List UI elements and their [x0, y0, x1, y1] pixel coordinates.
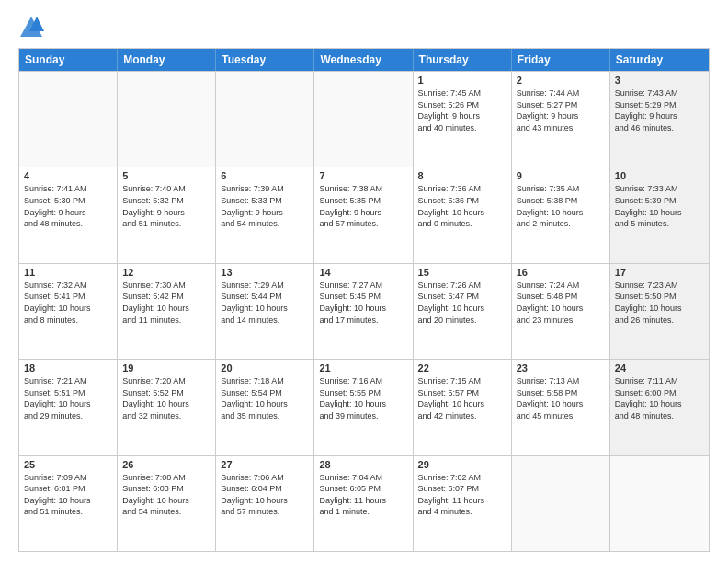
cal-cell: 1Sunrise: 7:45 AM Sunset: 5:26 PM Daylig…	[414, 72, 512, 167]
cal-cell: 22Sunrise: 7:15 AM Sunset: 5:57 PM Dayli…	[414, 360, 512, 454]
cal-cell: 28Sunrise: 7:04 AM Sunset: 6:05 PM Dayli…	[314, 456, 413, 551]
cal-cell: 8Sunrise: 7:36 AM Sunset: 5:36 PM Daylig…	[414, 167, 512, 262]
cal-cell: 26Sunrise: 7:08 AM Sunset: 6:03 PM Dayli…	[118, 456, 216, 551]
day-number: 2	[517, 75, 605, 86]
day-info: Sunrise: 7:27 AM Sunset: 5:45 PM Dayligh…	[319, 280, 407, 326]
day-info: Sunrise: 7:24 AM Sunset: 5:48 PM Dayligh…	[517, 280, 605, 326]
day-info: Sunrise: 7:40 AM Sunset: 5:32 PM Dayligh…	[122, 183, 210, 229]
day-number: 3	[615, 75, 704, 86]
header-cell-tuesday: Tuesday	[216, 49, 314, 71]
cal-cell	[216, 72, 314, 167]
cal-cell: 7Sunrise: 7:38 AM Sunset: 5:35 PM Daylig…	[314, 167, 413, 262]
day-info: Sunrise: 7:06 AM Sunset: 6:04 PM Dayligh…	[221, 472, 309, 518]
day-info: Sunrise: 7:23 AM Sunset: 5:50 PM Dayligh…	[615, 280, 704, 326]
day-number: 26	[122, 459, 210, 470]
cal-cell	[512, 456, 610, 551]
day-number: 24	[615, 362, 704, 373]
day-number: 1	[418, 75, 506, 86]
day-info: Sunrise: 7:26 AM Sunset: 5:47 PM Dayligh…	[418, 280, 506, 326]
day-info: Sunrise: 7:15 AM Sunset: 5:57 PM Dayligh…	[418, 375, 506, 421]
cal-row-2: 11Sunrise: 7:32 AM Sunset: 5:41 PM Dayli…	[19, 263, 709, 359]
cal-cell: 11Sunrise: 7:32 AM Sunset: 5:41 PM Dayli…	[19, 264, 118, 359]
cal-cell: 12Sunrise: 7:30 AM Sunset: 5:42 PM Dayli…	[118, 264, 216, 359]
header-cell-wednesday: Wednesday	[314, 49, 413, 71]
day-info: Sunrise: 7:41 AM Sunset: 5:30 PM Dayligh…	[24, 183, 112, 229]
cal-cell: 9Sunrise: 7:35 AM Sunset: 5:38 PM Daylig…	[512, 167, 610, 262]
day-number: 16	[517, 267, 605, 278]
day-info: Sunrise: 7:39 AM Sunset: 5:33 PM Dayligh…	[221, 183, 309, 229]
day-info: Sunrise: 7:29 AM Sunset: 5:44 PM Dayligh…	[221, 280, 309, 326]
day-info: Sunrise: 7:21 AM Sunset: 5:51 PM Dayligh…	[24, 375, 112, 421]
day-info: Sunrise: 7:36 AM Sunset: 5:36 PM Dayligh…	[418, 183, 506, 229]
cal-cell: 29Sunrise: 7:02 AM Sunset: 6:07 PM Dayli…	[414, 456, 512, 551]
cal-cell: 19Sunrise: 7:20 AM Sunset: 5:52 PM Dayli…	[118, 360, 216, 454]
day-info: Sunrise: 7:38 AM Sunset: 5:35 PM Dayligh…	[319, 183, 407, 229]
calendar-header: SundayMondayTuesdayWednesdayThursdayFrid…	[19, 49, 709, 71]
cal-cell	[610, 456, 709, 551]
cal-cell: 21Sunrise: 7:16 AM Sunset: 5:55 PM Dayli…	[314, 360, 413, 454]
cal-cell: 25Sunrise: 7:09 AM Sunset: 6:01 PM Dayli…	[19, 456, 118, 551]
day-info: Sunrise: 7:44 AM Sunset: 5:27 PM Dayligh…	[517, 87, 605, 133]
cal-row-1: 4Sunrise: 7:41 AM Sunset: 5:30 PM Daylig…	[19, 167, 709, 262]
header-cell-saturday: Saturday	[610, 49, 709, 71]
cal-cell: 13Sunrise: 7:29 AM Sunset: 5:44 PM Dayli…	[216, 264, 314, 359]
cal-row-4: 25Sunrise: 7:09 AM Sunset: 6:01 PM Dayli…	[19, 455, 709, 551]
day-info: Sunrise: 7:43 AM Sunset: 5:29 PM Dayligh…	[615, 87, 704, 133]
day-number: 20	[221, 362, 309, 373]
cal-cell: 6Sunrise: 7:39 AM Sunset: 5:33 PM Daylig…	[216, 167, 314, 262]
logo-icon	[18, 15, 44, 40]
day-number: 15	[418, 267, 506, 278]
cal-cell: 24Sunrise: 7:11 AM Sunset: 6:00 PM Dayli…	[610, 360, 709, 454]
day-info: Sunrise: 7:32 AM Sunset: 5:41 PM Dayligh…	[24, 280, 112, 326]
cal-cell: 14Sunrise: 7:27 AM Sunset: 5:45 PM Dayli…	[314, 264, 413, 359]
header-cell-friday: Friday	[512, 49, 610, 71]
day-number: 19	[122, 362, 210, 373]
calendar-body: 1Sunrise: 7:45 AM Sunset: 5:26 PM Daylig…	[19, 71, 709, 551]
calendar: SundayMondayTuesdayWednesdayThursdayFrid…	[18, 48, 710, 552]
cal-cell	[118, 72, 216, 167]
cal-cell: 20Sunrise: 7:18 AM Sunset: 5:54 PM Dayli…	[216, 360, 314, 454]
cal-cell: 16Sunrise: 7:24 AM Sunset: 5:48 PM Dayli…	[512, 264, 610, 359]
day-info: Sunrise: 7:33 AM Sunset: 5:39 PM Dayligh…	[615, 183, 704, 229]
cal-cell: 18Sunrise: 7:21 AM Sunset: 5:51 PM Dayli…	[19, 360, 118, 454]
day-info: Sunrise: 7:45 AM Sunset: 5:26 PM Dayligh…	[418, 87, 506, 133]
day-number: 21	[319, 362, 407, 373]
day-info: Sunrise: 7:30 AM Sunset: 5:42 PM Dayligh…	[122, 280, 210, 326]
day-number: 17	[615, 267, 704, 278]
header-cell-thursday: Thursday	[414, 49, 512, 71]
header-cell-monday: Monday	[118, 49, 216, 71]
day-number: 6	[221, 170, 309, 181]
day-number: 27	[221, 459, 309, 470]
cal-cell: 27Sunrise: 7:06 AM Sunset: 6:04 PM Dayli…	[216, 456, 314, 551]
day-number: 4	[24, 170, 112, 181]
day-number: 14	[319, 267, 407, 278]
cal-cell: 17Sunrise: 7:23 AM Sunset: 5:50 PM Dayli…	[610, 264, 709, 359]
day-info: Sunrise: 7:18 AM Sunset: 5:54 PM Dayligh…	[221, 375, 309, 421]
day-number: 8	[418, 170, 506, 181]
header	[18, 15, 710, 40]
day-number: 25	[24, 459, 112, 470]
day-number: 7	[319, 170, 407, 181]
day-number: 29	[418, 459, 506, 470]
day-info: Sunrise: 7:13 AM Sunset: 5:58 PM Dayligh…	[517, 375, 605, 421]
cal-row-0: 1Sunrise: 7:45 AM Sunset: 5:26 PM Daylig…	[19, 71, 709, 167]
day-info: Sunrise: 7:20 AM Sunset: 5:52 PM Dayligh…	[122, 375, 210, 421]
day-number: 11	[24, 267, 112, 278]
day-number: 22	[418, 362, 506, 373]
day-number: 9	[517, 170, 605, 181]
day-info: Sunrise: 7:09 AM Sunset: 6:01 PM Dayligh…	[24, 472, 112, 518]
day-number: 5	[122, 170, 210, 181]
day-info: Sunrise: 7:04 AM Sunset: 6:05 PM Dayligh…	[319, 472, 407, 518]
cal-cell: 3Sunrise: 7:43 AM Sunset: 5:29 PM Daylig…	[610, 72, 709, 167]
cal-cell: 5Sunrise: 7:40 AM Sunset: 5:32 PM Daylig…	[118, 167, 216, 262]
day-number: 23	[517, 362, 605, 373]
page: SundayMondayTuesdayWednesdayThursdayFrid…	[0, 0, 728, 563]
cal-cell	[314, 72, 413, 167]
cal-cell	[19, 72, 118, 167]
day-info: Sunrise: 7:35 AM Sunset: 5:38 PM Dayligh…	[517, 183, 605, 229]
day-info: Sunrise: 7:02 AM Sunset: 6:07 PM Dayligh…	[418, 472, 506, 518]
cal-cell: 10Sunrise: 7:33 AM Sunset: 5:39 PM Dayli…	[610, 167, 709, 262]
day-number: 13	[221, 267, 309, 278]
day-number: 10	[615, 170, 704, 181]
logo	[18, 15, 48, 40]
